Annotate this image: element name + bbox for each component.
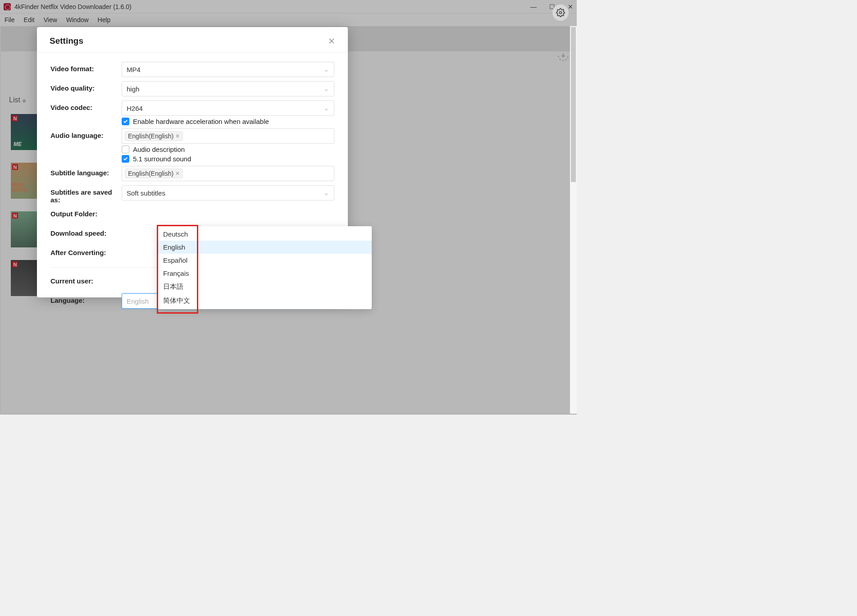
dropdown-item-chinese[interactable]: 简体中文 bbox=[158, 294, 372, 308]
audio-language-label: Audio language: bbox=[50, 128, 122, 139]
video-quality-select[interactable]: high ⌄ bbox=[122, 81, 334, 96]
subtitle-language-label: Subtitle language: bbox=[50, 166, 122, 177]
subtitle-language-input[interactable]: English(English)✕ bbox=[122, 166, 334, 181]
dropdown-item-japanese[interactable]: 日本語 bbox=[158, 280, 372, 294]
settings-button[interactable] bbox=[552, 5, 569, 21]
language-dropdown: Deutsch English Español Français 日本語 简体中… bbox=[158, 226, 372, 309]
video-format-select[interactable]: MP4 ⌄ bbox=[122, 62, 334, 77]
video-quality-label: Video quality: bbox=[50, 81, 122, 92]
audio-description-checkbox[interactable] bbox=[122, 146, 129, 153]
output-folder-label: Output Folder: bbox=[50, 207, 122, 218]
dropdown-item-deutsch[interactable]: Deutsch bbox=[158, 228, 372, 241]
after-converting-label: After Converting: bbox=[50, 246, 122, 256]
remove-tag-icon[interactable]: ✕ bbox=[175, 133, 180, 139]
download-icon bbox=[557, 50, 570, 62]
gear-icon bbox=[556, 8, 565, 17]
hw-accel-label: Enable hardware acceleration when availa… bbox=[133, 118, 269, 125]
video-format-label: Video format: bbox=[50, 62, 122, 73]
subtitles-saved-label: Subtitles are saved as: bbox=[50, 185, 122, 204]
audio-language-tag[interactable]: English(English)✕ bbox=[125, 131, 183, 141]
dropdown-item-espanol[interactable]: Español bbox=[158, 254, 372, 267]
chevron-down-icon: ⌄ bbox=[324, 65, 329, 73]
language-label: Language: bbox=[50, 293, 122, 304]
video-codec-label: Video codec: bbox=[50, 100, 122, 111]
subtitles-saved-select[interactable]: Soft subtitles ⌄ bbox=[122, 185, 334, 201]
vertical-scrollbar[interactable] bbox=[570, 26, 577, 414]
modal-title: Settings bbox=[50, 36, 83, 46]
download-speed-label: Download speed: bbox=[50, 226, 122, 237]
chevron-down-icon: ⌄ bbox=[324, 85, 329, 93]
download-queue-button[interactable] bbox=[557, 50, 570, 63]
surround-checkbox[interactable] bbox=[122, 155, 129, 163]
chevron-down-icon: ⌄ bbox=[324, 189, 329, 197]
dropdown-item-english[interactable]: English bbox=[158, 241, 372, 254]
chevron-down-icon: ⌄ bbox=[324, 104, 329, 112]
close-icon bbox=[328, 37, 335, 45]
current-user-label: Current user: bbox=[50, 274, 122, 285]
video-codec-select[interactable]: H264 ⌄ bbox=[122, 100, 334, 116]
hw-accel-checkbox[interactable] bbox=[122, 118, 129, 125]
remove-tag-icon[interactable]: ✕ bbox=[175, 170, 180, 177]
svg-point-0 bbox=[560, 12, 562, 14]
settings-modal: Settings Video format: MP4 ⌄ Video quali… bbox=[37, 27, 348, 297]
surround-label: 5.1 surround sound bbox=[133, 155, 191, 163]
scrollbar-thumb[interactable] bbox=[571, 27, 576, 182]
audio-description-label: Audio description bbox=[133, 146, 185, 153]
modal-close-button[interactable] bbox=[328, 37, 335, 45]
subtitle-language-tag[interactable]: English(English)✕ bbox=[125, 169, 183, 178]
dropdown-item-francais[interactable]: Français bbox=[158, 267, 372, 280]
audio-language-input[interactable]: English(English)✕ bbox=[122, 128, 334, 144]
